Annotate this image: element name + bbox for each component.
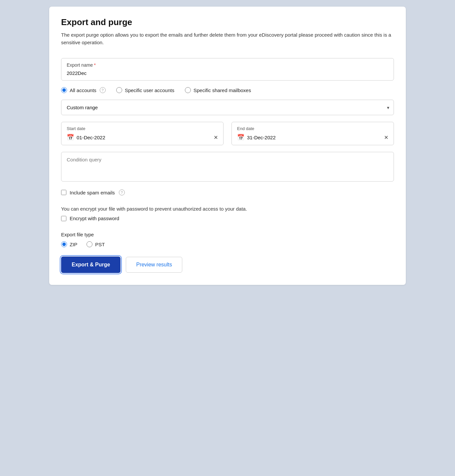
export-name-group: Export name* bbox=[61, 58, 394, 81]
end-date-label: End date bbox=[237, 126, 388, 131]
start-date-calendar-icon: 📅 bbox=[67, 134, 74, 141]
radio-all-accounts-label: All accounts bbox=[70, 87, 96, 93]
encrypt-description: You can encrypt your file with password … bbox=[61, 206, 394, 212]
export-file-type-label: Export file type bbox=[61, 232, 394, 237]
end-date-clear-icon[interactable]: ✕ bbox=[384, 134, 388, 141]
end-date-field: End date 📅 31-Dec-2022 ✕ bbox=[231, 122, 394, 145]
radio-pst-label: PST bbox=[95, 242, 105, 247]
radio-pst[interactable]: PST bbox=[87, 241, 105, 247]
radio-specific-shared-mailboxes[interactable]: Specific shared mailboxes bbox=[185, 87, 251, 93]
condition-query-input[interactable] bbox=[61, 152, 394, 182]
button-row: Export & Purge Preview results bbox=[61, 256, 394, 273]
start-date-label: Start date bbox=[67, 126, 218, 131]
export-name-label: Export name* bbox=[67, 62, 388, 68]
radio-specific-user-accounts-label: Specific user accounts bbox=[125, 87, 174, 93]
start-date-field: Start date 📅 01-Dec-2022 ✕ bbox=[61, 122, 224, 145]
export-purge-card: Export and purge The export purge option… bbox=[49, 7, 406, 285]
radio-all-accounts[interactable]: All accounts ? bbox=[61, 87, 106, 93]
date-row: Start date 📅 01-Dec-2022 ✕ End date 📅 31… bbox=[61, 122, 394, 145]
page-title: Export and purge bbox=[61, 17, 394, 27]
date-range-select-wrapper: Custom range Last 7 days Last 30 days La… bbox=[61, 100, 394, 115]
spam-help-icon[interactable]: ? bbox=[119, 189, 125, 195]
end-date-calendar-icon: 📅 bbox=[237, 134, 244, 141]
radio-specific-user-accounts[interactable]: Specific user accounts bbox=[116, 87, 174, 93]
radio-zip-label: ZIP bbox=[70, 242, 77, 247]
start-date-input-row: 📅 01-Dec-2022 ✕ bbox=[67, 134, 218, 141]
encrypt-password-row: Encrypt with password bbox=[61, 216, 394, 221]
include-spam-label: Include spam emails bbox=[70, 190, 115, 195]
export-purge-button[interactable]: Export & Purge bbox=[61, 256, 121, 273]
account-type-group: All accounts ? Specific user accounts Sp… bbox=[61, 87, 394, 93]
include-spam-row: Include spam emails ? bbox=[61, 189, 394, 195]
page-description: The export purge option allows you to ex… bbox=[61, 31, 394, 46]
required-indicator: * bbox=[94, 62, 95, 68]
include-spam-checkbox[interactable] bbox=[61, 190, 66, 195]
preview-results-button[interactable]: Preview results bbox=[126, 257, 182, 273]
start-date-clear-icon[interactable]: ✕ bbox=[214, 134, 218, 141]
export-name-input[interactable] bbox=[67, 70, 388, 76]
file-type-radio-group: ZIP PST bbox=[61, 241, 394, 247]
encrypt-password-label: Encrypt with password bbox=[70, 216, 119, 221]
encrypt-password-checkbox[interactable] bbox=[61, 216, 66, 221]
end-date-input-row: 📅 31-Dec-2022 ✕ bbox=[237, 134, 388, 141]
all-accounts-help-icon[interactable]: ? bbox=[100, 87, 106, 93]
radio-zip[interactable]: ZIP bbox=[61, 241, 77, 247]
end-date-value[interactable]: 31-Dec-2022 bbox=[247, 135, 381, 140]
radio-specific-shared-mailboxes-label: Specific shared mailboxes bbox=[193, 87, 251, 93]
start-date-value[interactable]: 01-Dec-2022 bbox=[77, 135, 211, 140]
date-range-select[interactable]: Custom range Last 7 days Last 30 days La… bbox=[61, 100, 394, 115]
